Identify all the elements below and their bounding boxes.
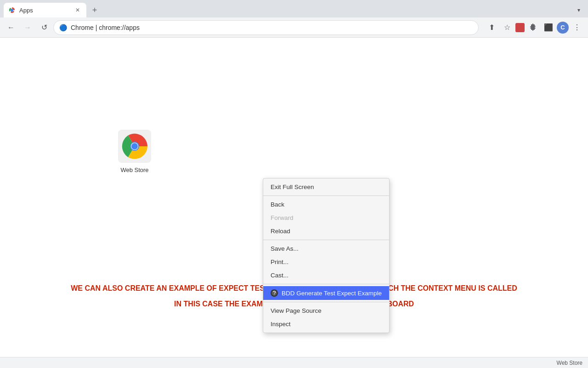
context-menu-separator-3 <box>263 284 389 284</box>
tab-bar: Apps ✕ + ▾ <box>0 0 588 17</box>
address-protocol: Chrome <box>71 24 94 31</box>
address-bar[interactable]: 🔵 Chrome | chrome://apps <box>53 20 479 35</box>
address-url: chrome://apps <box>99 24 140 31</box>
context-menu-item-reload[interactable]: Reload <box>263 224 389 238</box>
tab-overflow-button[interactable]: ▾ <box>573 5 584 16</box>
active-tab[interactable]: Apps ✕ <box>4 3 86 17</box>
back-button[interactable]: ← <box>4 20 18 35</box>
puzzle-icon <box>528 23 537 32</box>
browser-frame: Apps ✕ + ▾ ← → ↺ 🔵 Chrome | chrome://app… <box>0 0 588 368</box>
tab-title: Apps <box>19 7 70 14</box>
address-text: Chrome | chrome://apps <box>71 24 473 31</box>
forward-button[interactable]: → <box>20 20 35 35</box>
toolbar-actions: ⬆ ☆ ⬛ C ⋮ <box>484 20 584 35</box>
share-button[interactable]: ⬆ <box>484 20 499 35</box>
context-menu: Exit Full Screen Back Forward Reload Sav… <box>263 178 390 333</box>
reload-button[interactable]: ↺ <box>37 20 51 35</box>
status-bar: Web Store <box>0 357 588 368</box>
context-menu-separator-2 <box>263 240 389 240</box>
svg-point-6 <box>131 143 138 150</box>
context-menu-item-view-source[interactable]: View Page Source <box>263 304 389 317</box>
context-menu-item-cast[interactable]: Cast... <box>263 269 389 282</box>
svg-point-8 <box>274 294 275 295</box>
sidebar-button[interactable]: ⬛ <box>541 20 556 35</box>
web-store-app-icon <box>118 130 151 163</box>
new-tab-button[interactable]: + <box>88 4 101 17</box>
context-menu-separator-4 <box>263 302 389 302</box>
context-menu-item-exit-fullscreen[interactable]: Exit Full Screen <box>263 180 389 194</box>
chrome-logo-svg <box>122 133 147 159</box>
web-store-label: Web Store <box>120 167 148 173</box>
bookmark-button[interactable]: ☆ <box>500 20 514 35</box>
svg-point-2 <box>11 9 13 12</box>
context-menu-item-print[interactable]: Print... <box>263 255 389 269</box>
context-menu-item-forward[interactable]: Forward <box>263 211 389 224</box>
extension-icon[interactable] <box>515 23 525 32</box>
context-menu-item-save-as[interactable]: Save As... <box>263 242 389 255</box>
web-store-app[interactable]: Web Store <box>118 130 151 173</box>
nav-bar: ← → ↺ 🔵 Chrome | chrome://apps ⬆ ☆ ⬛ <box>0 17 588 38</box>
context-menu-item-bdd-generate[interactable]: BDD Generate Test Expect Example <box>263 286 389 300</box>
bdd-extension-icon <box>271 289 278 297</box>
more-button[interactable]: ⋮ <box>570 20 584 35</box>
status-url: Web Store <box>557 360 582 366</box>
tab-favicon <box>8 6 16 14</box>
page-content: Web Store Exit Full Screen Back Forward … <box>0 38 588 368</box>
tab-close-button[interactable]: ✕ <box>74 6 82 14</box>
extensions-button[interactable] <box>526 20 540 35</box>
context-menu-item-inspect[interactable]: Inspect <box>263 317 389 331</box>
context-menu-item-back[interactable]: Back <box>263 198 389 211</box>
context-menu-separator-1 <box>263 196 389 196</box>
profile-avatar[interactable]: C <box>557 22 569 34</box>
address-security-icon: 🔵 <box>59 24 67 31</box>
